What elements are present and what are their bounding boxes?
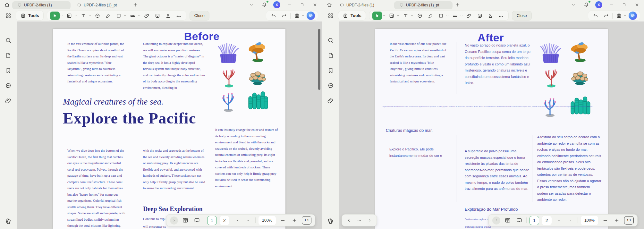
text-tool-button[interactable] [402, 12, 410, 20]
sidebar-attachments-button[interactable] [4, 97, 13, 105]
pen-tool-button[interactable] [426, 12, 435, 20]
ai-assistant-button[interactable] [629, 12, 637, 20]
undo-button[interactable] [591, 12, 600, 20]
tab-updf-2-files-1-pt[interactable]: UPDF-2-files (1)_pt [394, 1, 453, 9]
redo-button[interactable] [280, 12, 288, 20]
chevron-down-icon[interactable] [301, 14, 305, 17]
measure-tool-button[interactable] [129, 12, 137, 20]
zoom-out-button[interactable] [279, 216, 287, 225]
tab-list-button[interactable] [248, 1, 255, 9]
home-button[interactable] [3, 1, 11, 9]
signature-tool-button[interactable] [497, 12, 505, 20]
chevron-down-icon[interactable] [74, 14, 77, 17]
select-tool-button[interactable] [50, 12, 60, 20]
shape-tool-button[interactable] [114, 12, 123, 20]
notifications-button[interactable] [260, 1, 268, 9]
chevron-down-icon[interactable] [88, 14, 91, 17]
header-tool-button[interactable] [65, 12, 74, 20]
sidebar-thumbnails-button[interactable] [4, 51, 13, 60]
save-button[interactable] [292, 12, 301, 20]
actual-size-button[interactable]: 1:1 [302, 216, 311, 225]
chevron-down-icon[interactable] [138, 14, 141, 17]
tab-updf-2-files-1[interactable]: UPDF-2-files (1) [335, 1, 393, 9]
close-tools-button[interactable]: Close [190, 11, 209, 21]
home-button[interactable] [326, 1, 333, 9]
page-1-button[interactable]: 1 [207, 216, 217, 225]
zoom-level[interactable]: 100% [581, 216, 598, 225]
chevron-down-icon[interactable] [446, 14, 449, 17]
minimize-button[interactable] [285, 1, 293, 9]
close-tools-button[interactable]: Close [512, 11, 532, 21]
measure-tool-button[interactable] [451, 12, 460, 20]
shape-tool-button[interactable] [437, 12, 445, 20]
sidebar-search-button[interactable] [4, 36, 13, 45]
new-tab-button[interactable] [131, 1, 139, 9]
save-button[interactable] [614, 12, 623, 20]
theme-palette-button[interactable] [326, 217, 334, 225]
sidebar-bookmarks-button[interactable] [326, 66, 335, 75]
page-1-button[interactable]: 1 [530, 216, 539, 225]
next-page-button[interactable] [566, 216, 575, 225]
avatar[interactable]: X [273, 1, 280, 8]
tab-updf-2-files-1[interactable]: UPDF-2-files (1) [12, 1, 71, 9]
reading-mode-button[interactable] [181, 216, 190, 225]
tools-button[interactable]: Tools [16, 11, 44, 21]
comment-tool-button[interactable] [416, 12, 424, 20]
tab-list-button[interactable] [570, 1, 577, 9]
zoom-in-button[interactable] [613, 216, 621, 225]
page-2-button[interactable]: 2 [220, 216, 229, 225]
chevron-down-icon[interactable] [123, 14, 127, 17]
vertical-scrollbar[interactable] [318, 29, 320, 90]
actual-size-button[interactable]: 1:1 [624, 216, 634, 225]
new-tab-button[interactable] [454, 1, 462, 9]
sticker-tool-button[interactable] [153, 12, 162, 20]
more-options-icon[interactable] [357, 218, 362, 223]
text-tool-button[interactable] [79, 12, 88, 20]
tab-updf-2-files-1-pt[interactable]: UPDF-2-files (1)_pt [72, 1, 130, 9]
presentation-mode-button[interactable] [192, 216, 201, 225]
chevron-down-icon[interactable] [60, 14, 63, 17]
app-launcher-button[interactable] [326, 12, 335, 20]
avatar[interactable]: X [595, 1, 602, 8]
maximize-button[interactable] [298, 1, 306, 9]
stamp-tool-button[interactable] [164, 12, 173, 20]
notifications-button[interactable] [582, 1, 590, 9]
redo-button[interactable] [602, 12, 610, 20]
previous-page-button[interactable] [555, 216, 563, 225]
previous-page-button[interactable] [232, 216, 241, 225]
collapse-statusbar-button[interactable] [170, 216, 178, 225]
close-window-button[interactable] [633, 1, 641, 9]
chevron-down-icon[interactable] [411, 14, 414, 17]
pen-tool-button[interactable] [104, 12, 113, 20]
signature-tool-button[interactable] [174, 12, 183, 20]
chevron-down-icon[interactable] [396, 14, 400, 17]
chevron-right-icon[interactable] [367, 218, 372, 223]
sidebar-bookmarks-button[interactable] [4, 66, 13, 75]
chevron-down-icon[interactable] [460, 14, 463, 17]
select-tool-button[interactable] [372, 12, 382, 20]
sidebar-comments-button[interactable] [4, 81, 13, 90]
header-tool-button[interactable] [387, 12, 396, 20]
sidebar-search-button[interactable] [326, 36, 335, 45]
attachment-tool-button[interactable] [143, 12, 151, 20]
sidebar-attachments-button[interactable] [326, 97, 335, 105]
sidebar-thumbnails-button[interactable] [326, 51, 335, 60]
chevron-left-icon[interactable] [346, 218, 352, 223]
maximize-button[interactable] [620, 1, 628, 9]
sidebar-comments-button[interactable] [326, 81, 335, 90]
comment-tool-button[interactable] [93, 12, 102, 20]
ai-assistant-button[interactable] [307, 12, 315, 20]
chevron-down-icon[interactable] [623, 14, 627, 17]
attachment-tool-button[interactable] [465, 12, 474, 20]
zoom-in-button[interactable] [290, 216, 299, 225]
close-window-button[interactable] [311, 1, 319, 9]
reading-mode-button[interactable] [503, 216, 512, 225]
stamp-tool-button[interactable] [486, 12, 495, 20]
zoom-level[interactable]: 100% [258, 216, 276, 225]
zoom-out-button[interactable] [601, 216, 610, 225]
next-page-button[interactable] [244, 216, 252, 225]
chevron-down-icon[interactable] [382, 14, 386, 17]
app-launcher-button[interactable] [4, 12, 13, 20]
collapse-statusbar-button[interactable] [492, 216, 500, 225]
sticker-tool-button[interactable] [476, 12, 484, 20]
